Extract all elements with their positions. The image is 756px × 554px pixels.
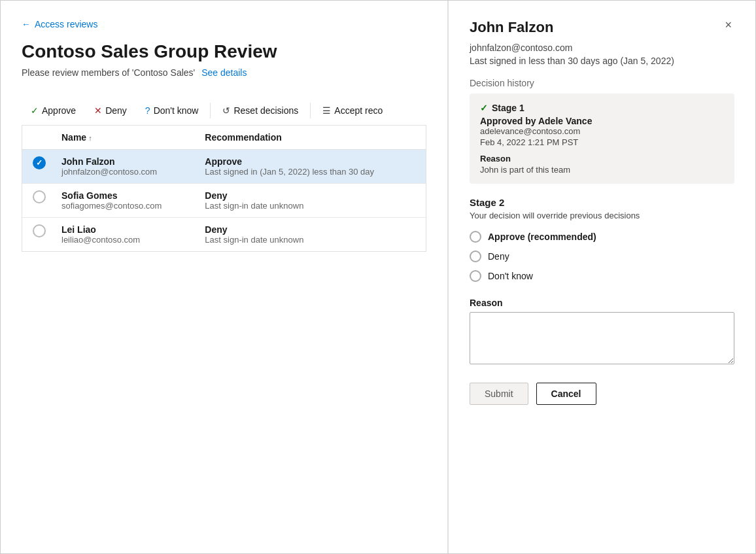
reset-label: Reset decisions (233, 105, 298, 116)
stage1-reason-label: Reason (480, 154, 724, 164)
row-checkbox[interactable] (22, 218, 54, 252)
panel-title: John Falzon (470, 19, 553, 36)
right-panel: John Falzon × johnfalzon@contoso.com Las… (448, 1, 755, 553)
panel-email: johnfalzon@contoso.com (470, 43, 734, 53)
panel-signin: Last signed in less than 30 days ago (Ja… (470, 56, 734, 66)
col-name-header[interactable]: Name↑ (54, 126, 197, 150)
stage1-header: ✓ Stage 1 (480, 103, 724, 113)
back-link[interactable]: ← Access reviews (22, 19, 426, 29)
submit-button[interactable]: Submit (470, 383, 528, 405)
dont-know-label: Don't know (154, 105, 199, 116)
row-recommendation: DenyLast sign-in date unknown (197, 184, 426, 218)
user-name: Lei Liao (61, 224, 189, 235)
row-recommendation: DenyLast sign-in date unknown (197, 218, 426, 252)
close-button[interactable]: × (722, 19, 734, 31)
see-details-link[interactable]: See details (201, 67, 247, 78)
deny-label: Deny (105, 105, 127, 116)
checkbox-circle[interactable] (33, 224, 46, 237)
approve-icon: ✓ (31, 105, 39, 116)
stage1-check-icon: ✓ (480, 103, 488, 113)
subtitle: Please review members of 'Contoso Sales'… (22, 67, 426, 78)
row-user: John Falzonjohnfalzon@contoso.com (54, 150, 197, 184)
stage1-date: Feb 4, 2022 1:21 PM PST (480, 137, 724, 147)
reason-textarea[interactable] (470, 312, 734, 364)
radio-dont-know[interactable]: Don't know (470, 270, 734, 282)
stage1-label: Stage 1 (492, 103, 524, 113)
stage2-note: Your decision will override previous dec… (470, 211, 734, 220)
reason-section: Reason (470, 298, 734, 367)
accept-label: Accept reco (334, 105, 383, 116)
panel-header: John Falzon × (470, 19, 734, 36)
stage2-label: Stage 2 (470, 197, 734, 208)
stage1-approved-by: Approved by Adele Vance (480, 116, 724, 126)
toolbar: ✓ Approve ✕ Deny ? Don't know ↺ Reset de… (22, 96, 426, 126)
approve-label: Approve (42, 105, 76, 116)
radio-dont-know-label: Don't know (488, 271, 533, 281)
table-row[interactable]: Sofia Gomessofiagomes@contoso.comDenyLas… (22, 184, 426, 218)
col-recommendation-header: Recommendation (197, 126, 426, 150)
user-email: sofiagomes@contoso.com (61, 201, 189, 211)
radio-deny-circle[interactable] (470, 251, 481, 262)
user-email: leiliao@contoso.com (61, 235, 189, 245)
reset-icon: ↺ (222, 105, 230, 116)
radio-deny-label: Deny (488, 251, 509, 262)
rec-detail: Last sign-in date unknown (205, 201, 418, 211)
table-header-row: Name↑ Recommendation (22, 126, 426, 150)
radio-deny[interactable]: Deny (470, 251, 734, 262)
action-buttons: Submit Cancel (470, 383, 734, 405)
reset-decisions-button[interactable]: ↺ Reset decisions (213, 101, 307, 120)
checkbox-circle[interactable] (33, 156, 46, 169)
radio-approve-circle[interactable] (470, 231, 481, 243)
page-title: Contoso Sales Group Review (22, 41, 426, 62)
back-arrow-icon: ← (22, 19, 31, 29)
row-user: Sofia Gomessofiagomes@contoso.com (54, 184, 197, 218)
rec-label: Deny (205, 190, 418, 201)
rec-label: Deny (205, 224, 418, 235)
table-row[interactable]: John Falzonjohnfalzon@contoso.comApprove… (22, 150, 426, 184)
user-name: John Falzon (61, 156, 189, 167)
back-label: Access reviews (35, 19, 97, 29)
checkbox-circle[interactable] (33, 190, 46, 203)
accept-recommendations-button[interactable]: ☰ Accept reco (313, 101, 392, 120)
radio-approve-label: Approve (recommended) (488, 232, 596, 242)
sort-icon: ↑ (88, 134, 92, 142)
radio-dont-know-circle[interactable] (470, 270, 481, 282)
table-row[interactable]: Lei Liaoleiliao@contoso.comDenyLast sign… (22, 218, 426, 252)
reason-label: Reason (470, 298, 734, 308)
accept-icon: ☰ (322, 105, 331, 116)
row-checkbox[interactable] (22, 184, 54, 218)
rec-detail: Last sign-in date unknown (205, 235, 418, 245)
stage1-reason-text: John is part of this team (480, 165, 724, 175)
user-email: johnfalzon@contoso.com (61, 167, 189, 177)
row-recommendation: ApproveLast signed in (Jan 5, 2022) less… (197, 150, 426, 184)
rec-label: Approve (205, 156, 418, 167)
col-checkbox (22, 126, 54, 150)
left-panel: ← Access reviews Contoso Sales Group Rev… (1, 1, 448, 553)
decision-history-label: Decision history (470, 78, 734, 88)
radio-approve[interactable]: Approve (recommended) (470, 231, 734, 243)
decision-history-box: ✓ Stage 1 Approved by Adele Vance adelev… (470, 94, 734, 184)
approve-button[interactable]: ✓ Approve (22, 101, 85, 120)
toolbar-divider (210, 103, 211, 118)
toolbar-divider-2 (310, 103, 311, 118)
decision-radio-group: Approve (recommended) Deny Don't know (470, 231, 734, 282)
dont-know-icon: ? (145, 105, 150, 116)
user-name: Sofia Gomes (61, 190, 189, 201)
row-user: Lei Liaoleiliao@contoso.com (54, 218, 197, 252)
deny-icon: ✕ (94, 105, 102, 116)
stage1-approver-email: adelevance@contoso.com (480, 126, 724, 136)
deny-button[interactable]: ✕ Deny (85, 101, 136, 120)
cancel-button[interactable]: Cancel (536, 383, 596, 405)
rec-detail: Last signed in (Jan 5, 2022) less than 3… (205, 167, 418, 177)
users-table: Name↑ Recommendation John Falzonjohnfalz… (22, 126, 426, 252)
dont-know-button[interactable]: ? Don't know (136, 101, 208, 120)
row-checkbox[interactable] (22, 150, 54, 184)
subtitle-text: Please review members of 'Contoso Sales' (22, 67, 195, 78)
